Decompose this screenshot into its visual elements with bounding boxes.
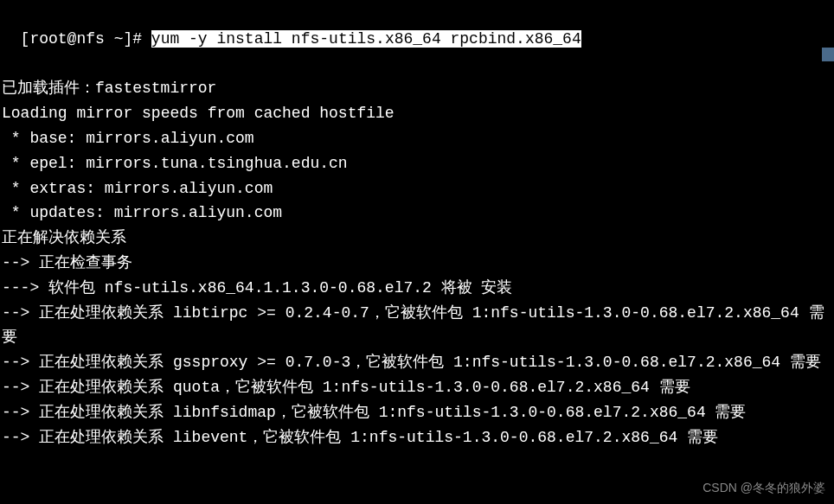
output-line: --> 正在处理依赖关系 quota，它被软件包 1:nfs-utils-1.3… <box>2 375 832 400</box>
shell-prompt: [root@nfs ~]# <box>21 30 151 48</box>
output-line: 正在解决依赖关系 <box>2 226 832 251</box>
output-line: Loading mirror speeds from cached hostfi… <box>2 101 832 126</box>
watermark-text: CSDN @冬冬的狼外婆 <box>702 478 825 497</box>
output-line: --> 正在处理依赖关系 libnfsidmap，它被软件包 1:nfs-uti… <box>2 400 832 425</box>
output-lines-container: 已加载插件：fastestmirrorLoading mirror speeds… <box>2 76 832 450</box>
output-line: --> 正在处理依赖关系 gssproxy >= 0.7.0-3，它被软件包 1… <box>2 350 832 375</box>
output-line: --> 正在处理依赖关系 libevent，它被软件包 1:nfs-utils-… <box>2 425 832 450</box>
output-line: --> 正在处理依赖关系 libtirpc >= 0.2.4-0.7，它被软件包… <box>2 301 832 351</box>
output-line: * epel: mirrors.tuna.tsinghua.edu.cn <box>2 151 832 176</box>
output-line: ---> 软件包 nfs-utils.x86_64.1.1.3.0-0.68.e… <box>2 276 832 301</box>
output-line: * extras: mirrors.aliyun.com <box>2 176 832 201</box>
output-line: 已加载插件：fastestmirror <box>2 76 832 101</box>
scrollbar-thumb[interactable] <box>822 48 834 61</box>
terminal-output[interactable]: [root@nfs ~]# yum -y install nfs-utils.x… <box>2 2 832 475</box>
command-text: yum -y install nfs-utils.x86_64 rpcbind.… <box>151 30 581 48</box>
output-line: * base: mirrors.aliyun.com <box>2 126 832 151</box>
output-line: * updates: mirrors.aliyun.com <box>2 201 832 226</box>
output-line: --> 正在检查事务 <box>2 251 832 276</box>
